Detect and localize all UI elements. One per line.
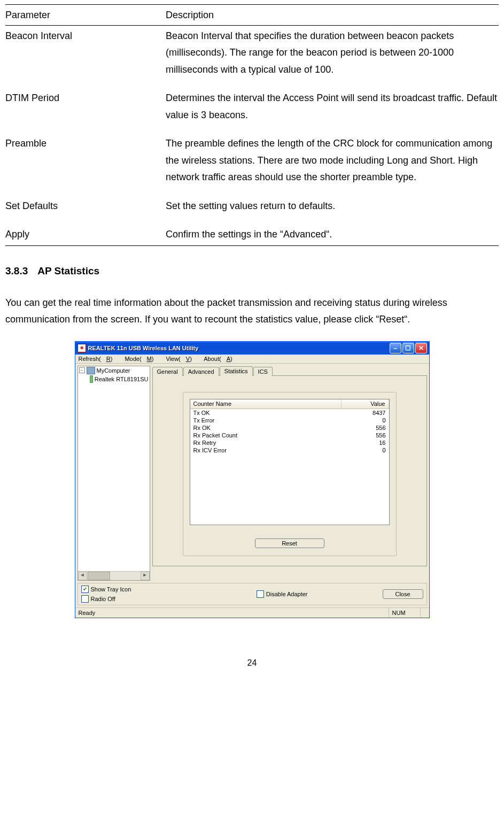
- reset-button[interactable]: Reset: [255, 538, 324, 548]
- table-row: Set Defaults Set the setting values retu…: [5, 196, 499, 225]
- param-desc: Confirm the settings in the “Advanced“.: [166, 224, 499, 245]
- collapse-icon[interactable]: –: [79, 367, 85, 373]
- col-counter-name[interactable]: Counter Name: [190, 399, 342, 409]
- menubar: Refresh(R) Mode(M) View(V) About(A): [75, 355, 429, 364]
- list-item[interactable]: Rx ICV Error0: [190, 447, 389, 454]
- statusbar: Ready NUM: [75, 607, 429, 618]
- statistics-group: Counter Name Value Tx OK8437 Tx Error0 R…: [183, 392, 397, 556]
- close-window-button[interactable]: ✕: [415, 343, 427, 353]
- page-number: 24: [5, 656, 499, 671]
- param-header: Parameter: [5, 5, 166, 26]
- param-name: Set Defaults: [5, 196, 166, 225]
- list-item[interactable]: Rx Packet Count556: [190, 432, 389, 439]
- adapter-icon: [90, 375, 93, 383]
- menu-about[interactable]: About(A): [204, 356, 237, 362]
- tree-root[interactable]: MyComputer: [97, 367, 130, 374]
- section-title: AP Statistics: [37, 265, 99, 276]
- close-button[interactable]: Close: [383, 589, 423, 599]
- minimize-button[interactable]: –: [390, 343, 401, 353]
- checkbox-unchecked-icon: [257, 590, 264, 598]
- tab-statistics[interactable]: Statistics: [220, 366, 253, 376]
- radio-off-checkbox[interactable]: Radio Off: [81, 595, 131, 603]
- param-desc: Beacon Interval that specifies the durat…: [166, 25, 499, 88]
- scroll-right-icon[interactable]: ►: [141, 572, 150, 580]
- tab-panel: Counter Name Value Tx OK8437 Tx Error0 R…: [152, 375, 427, 566]
- param-desc: Set the setting values return to default…: [166, 196, 499, 225]
- device-tree[interactable]: – MyComputer Realtek RTL8191SU ◄ ►: [77, 366, 150, 581]
- list-item[interactable]: Rx Retry16: [190, 439, 389, 447]
- param-name: Preamble: [5, 133, 166, 196]
- table-row: Apply Confirm the settings in the “Advan…: [5, 224, 499, 245]
- horizontal-scrollbar[interactable]: ◄ ►: [78, 571, 150, 580]
- table-row: DTIM Period Determines the interval the …: [5, 88, 499, 133]
- section-heading: 3.8.3AP Statistics: [5, 262, 499, 280]
- status-num: NUM: [389, 608, 421, 618]
- tab-ics[interactable]: ICS: [253, 367, 273, 376]
- param-name: Beacon Interval: [5, 25, 166, 88]
- param-desc: The preamble defines the length of the C…: [166, 133, 499, 196]
- titlebar: ✶ REALTEK 11n USB Wireless LAN Utility –…: [75, 342, 429, 355]
- list-item[interactable]: Tx OK8437: [190, 409, 389, 417]
- section-number: 3.8.3: [5, 262, 28, 280]
- window-title: REALTEK 11n USB Wireless LAN Utility: [88, 345, 389, 351]
- options-panel: ✔ Show Tray Icon Radio Off Disable Adapt…: [77, 583, 427, 605]
- desc-header: Description: [166, 5, 499, 26]
- app-window: ✶ REALTEK 11n USB Wireless LAN Utility –…: [75, 341, 430, 618]
- scroll-thumb[interactable]: [88, 572, 110, 580]
- table-row: Preamble The preamble defines the length…: [5, 133, 499, 196]
- table-row: Beacon Interval Beacon Interval that spe…: [5, 25, 499, 88]
- list-item[interactable]: Tx Error0: [190, 417, 389, 424]
- list-item[interactable]: Rx OK556: [190, 424, 389, 432]
- tree-adapter[interactable]: Realtek RTL8191SU: [95, 376, 149, 382]
- parameter-table: Parameter Description Beacon Interval Be…: [5, 4, 499, 246]
- maximize-button[interactable]: ☐: [402, 343, 414, 353]
- menu-mode[interactable]: Mode(M): [125, 356, 159, 362]
- show-tray-checkbox[interactable]: ✔ Show Tray Icon: [81, 586, 131, 593]
- tab-advanced[interactable]: Advanced: [183, 367, 219, 376]
- menu-view[interactable]: View(V): [166, 356, 197, 362]
- status-ready: Ready: [75, 608, 389, 618]
- param-name: DTIM Period: [5, 88, 166, 133]
- app-icon: ✶: [77, 344, 86, 352]
- menu-refresh[interactable]: Refresh(R): [79, 356, 118, 362]
- section-paragraph: You can get the real time information ab…: [5, 295, 499, 328]
- checkbox-unchecked-icon: [81, 595, 89, 603]
- statistics-list[interactable]: Counter Name Value Tx OK8437 Tx Error0 R…: [190, 399, 390, 525]
- scroll-left-icon[interactable]: ◄: [78, 572, 87, 580]
- col-value[interactable]: Value: [342, 399, 389, 409]
- computer-icon: [87, 367, 95, 374]
- tab-general[interactable]: General: [152, 367, 183, 376]
- param-name: Apply: [5, 224, 166, 245]
- tab-strip: General Advanced Statistics ICS: [152, 366, 427, 376]
- param-desc: Determines the interval the Access Point…: [166, 88, 499, 133]
- disable-adapter-checkbox[interactable]: Disable Adapter: [257, 590, 308, 598]
- checkbox-checked-icon: ✔: [81, 586, 89, 593]
